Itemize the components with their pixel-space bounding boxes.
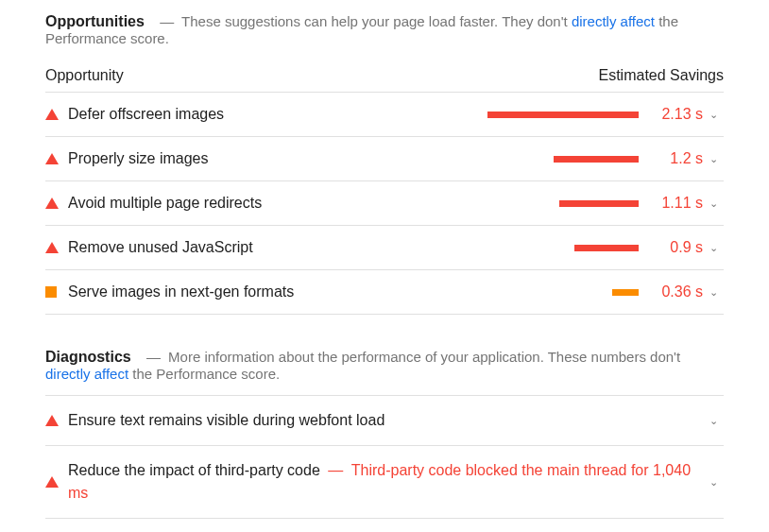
directly-affect-link[interactable]: directly affect bbox=[572, 13, 655, 29]
diagnostics-list: Ensure text remains visible during webfo… bbox=[45, 395, 724, 532]
savings-value: 1.2 s bbox=[648, 150, 703, 167]
opportunity-row[interactable]: Defer offscreen images2.13 s⌄ bbox=[45, 92, 724, 136]
triangle-red-icon bbox=[45, 476, 68, 488]
opportunity-row[interactable]: Remove unused JavaScript0.9 s⌄ bbox=[45, 225, 724, 269]
savings-bar bbox=[612, 289, 639, 296]
savings-value: 0.9 s bbox=[648, 239, 703, 256]
diagnostics-title: Diagnostics bbox=[45, 349, 131, 365]
savings-bar-container bbox=[478, 156, 648, 163]
savings-bar-container bbox=[478, 289, 648, 296]
diagnostic-row[interactable]: Does not use passive listeners to improv… bbox=[45, 518, 724, 532]
opportunities-table-header: Opportunity Estimated Savings bbox=[45, 60, 724, 92]
diagnostic-row[interactable]: Ensure text remains visible during webfo… bbox=[45, 395, 724, 445]
chevron-down-icon[interactable]: ⌄ bbox=[703, 242, 724, 254]
savings-bar bbox=[559, 200, 639, 207]
opportunities-header: Opportunities — These suggestions can he… bbox=[45, 13, 724, 46]
triangle-red-icon bbox=[45, 153, 68, 164]
col-savings: Estimated Savings bbox=[598, 67, 724, 84]
diagnostics-desc: — More information about the performance… bbox=[45, 349, 680, 382]
savings-value: 0.36 s bbox=[648, 283, 703, 300]
chevron-down-icon[interactable]: ⌄ bbox=[703, 286, 724, 299]
opportunities-title: Opportunities bbox=[45, 13, 145, 29]
opportunity-row[interactable]: Avoid multiple page redirects1.11 s⌄ bbox=[45, 180, 724, 225]
opportunity-label: Defer offscreen images bbox=[68, 106, 478, 123]
diagnostic-row[interactable]: Reduce the impact of third-party code — … bbox=[45, 445, 724, 518]
square-orange-icon bbox=[45, 286, 68, 298]
savings-bar-container bbox=[478, 245, 648, 251]
chevron-down-icon[interactable]: ⌄ bbox=[703, 153, 724, 165]
opportunity-label: Avoid multiple page redirects bbox=[68, 195, 478, 212]
directly-affect-link-2[interactable]: directly affect bbox=[45, 366, 128, 382]
opportunities-list: Defer offscreen images2.13 s⌄Properly si… bbox=[45, 92, 724, 315]
diagnostics-header: Diagnostics — More information about the… bbox=[45, 349, 724, 382]
savings-value: 2.13 s bbox=[648, 106, 703, 123]
chevron-down-icon[interactable]: ⌄ bbox=[703, 476, 724, 489]
diagnostic-label: Reduce the impact of third-party code — … bbox=[68, 459, 703, 505]
opportunity-row[interactable]: Serve images in next-gen formats0.36 s⌄ bbox=[45, 269, 724, 315]
chevron-down-icon[interactable]: ⌄ bbox=[703, 415, 724, 427]
triangle-red-icon bbox=[45, 109, 68, 120]
opportunity-label: Properly size images bbox=[68, 150, 478, 167]
savings-bar bbox=[487, 112, 639, 118]
triangle-red-icon bbox=[45, 197, 68, 209]
savings-value: 1.11 s bbox=[648, 195, 703, 212]
savings-bar bbox=[554, 156, 639, 163]
chevron-down-icon[interactable]: ⌄ bbox=[703, 109, 724, 121]
opportunity-row[interactable]: Properly size images1.2 s⌄ bbox=[45, 136, 724, 180]
savings-bar bbox=[574, 245, 639, 251]
diagnostic-label: Ensure text remains visible during webfo… bbox=[68, 409, 703, 432]
savings-bar-container bbox=[478, 112, 648, 118]
opportunity-label: Serve images in next-gen formats bbox=[68, 283, 478, 300]
opportunity-label: Remove unused JavaScript bbox=[68, 239, 478, 256]
chevron-down-icon[interactable]: ⌄ bbox=[703, 197, 724, 210]
col-opportunity: Opportunity bbox=[45, 67, 124, 84]
triangle-red-icon bbox=[45, 415, 68, 426]
triangle-red-icon bbox=[45, 242, 68, 253]
savings-bar-container bbox=[478, 200, 648, 207]
